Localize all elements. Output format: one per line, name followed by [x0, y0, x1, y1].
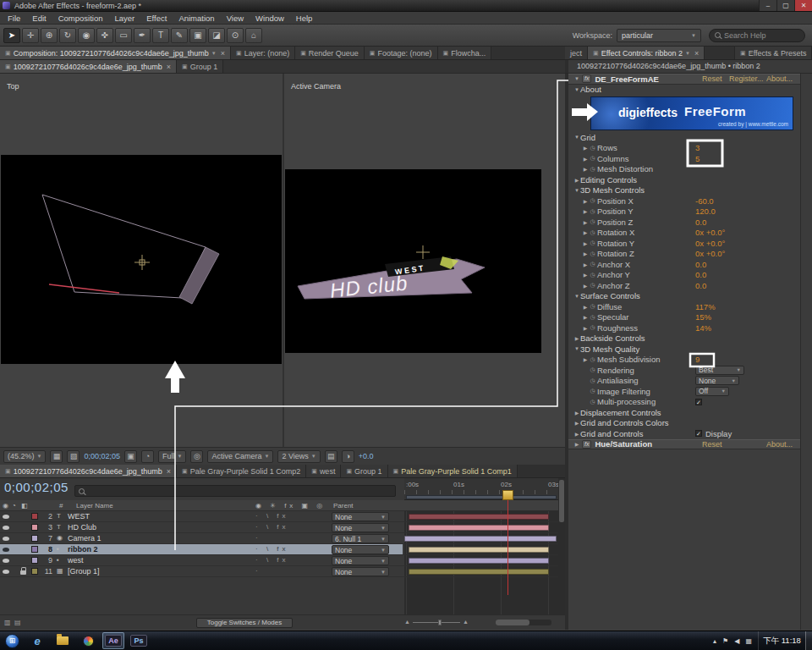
property-value[interactable]: 0.0 — [695, 270, 706, 279]
effect-row-columns[interactable]: ▶◷Columns5 — [568, 153, 800, 164]
layer-name[interactable]: west — [68, 556, 84, 565]
axis-mode-button[interactable]: ⌂ — [245, 28, 262, 43]
snapshot-icon[interactable]: ▣ — [124, 450, 137, 463]
menu-effect[interactable]: Effect — [140, 14, 173, 23]
search-help-input[interactable]: Search Help — [709, 29, 805, 42]
parent-dropdown[interactable]: None▼ — [332, 556, 389, 565]
layer-switches[interactable]: · — [255, 534, 261, 542]
effect-row-surface-controls[interactable]: ▼Surface Controls — [568, 291, 800, 302]
collapse-icon[interactable]: ▼ — [573, 135, 580, 140]
menu-composition[interactable]: Composition — [52, 14, 109, 23]
checkbox[interactable]: ✓ — [695, 399, 702, 405]
lock-icon[interactable] — [20, 559, 26, 564]
timeline-vertical-scrollbar[interactable] — [558, 478, 565, 614]
panel-tab-pale-gray-purple-solid-1-comp2[interactable]: ▣Pale Gray-Purple Solid 1 Comp2 — [177, 465, 306, 477]
expand-icon[interactable]: ▶ — [582, 283, 589, 289]
effect-row-specular[interactable]: ▶◷Specular15% — [568, 312, 800, 323]
composition-viewer-top[interactable] — [1, 155, 282, 364]
property-value[interactable]: 0x +0.0° — [695, 228, 725, 237]
view-select[interactable]: Active Camera ▼ — [207, 450, 273, 463]
collapse-icon[interactable]: ▼ — [573, 76, 580, 81]
effect-row-grid-and-controls[interactable]: ▶Grid and Controls✓Display — [568, 428, 800, 439]
lock-icon[interactable] — [20, 526, 26, 531]
layer-switches[interactable]: · \ fx — [255, 556, 289, 564]
resolution-select[interactable]: Full ▼ — [158, 450, 186, 463]
expand-icon[interactable]: ▶ — [582, 198, 589, 204]
unified-camera-tool[interactable]: ◉ — [78, 28, 95, 43]
stopwatch-icon[interactable]: ◷ — [589, 303, 596, 310]
fast-preview-icon[interactable]: ◑ — [342, 450, 354, 463]
show-desktop-button[interactable] — [805, 631, 812, 650]
visibility-eye-icon[interactable] — [3, 537, 9, 541]
panel-tab-effect-controls-ribbon-2[interactable]: ▣Effect Controls: ribbon 2▼× — [588, 47, 705, 59]
effect-row-diffuse[interactable]: ▶◷Diffuse117% — [568, 301, 800, 312]
stopwatch-icon[interactable]: ◷ — [589, 218, 596, 225]
parent-dropdown[interactable]: None▼ — [332, 567, 389, 576]
freeform-banner-graphic[interactable]: digieffectsFreeFormcreated by | www.mett… — [590, 96, 793, 130]
effect-row-roughness[interactable]: ▶◷Roughness14% — [568, 322, 800, 333]
timeline-bar[interactable] — [409, 547, 549, 553]
property-value[interactable]: 9 — [695, 355, 700, 364]
layer-name[interactable]: WEST — [68, 512, 90, 521]
pan-behind-tool[interactable]: ✜ — [96, 28, 113, 43]
property-value[interactable]: -60.0 — [695, 196, 714, 206]
menu-edit[interactable]: Edit — [26, 14, 52, 23]
zoom-slider-handle[interactable] — [438, 620, 442, 625]
maximize-button[interactable]: ▢ — [776, 0, 794, 11]
zoom-tool[interactable]: ⊕ — [41, 28, 58, 43]
effect-row-mesh-subdivision[interactable]: ▶◷Mesh Subdivision9 — [568, 355, 800, 366]
label-color-swatch[interactable] — [31, 535, 38, 542]
parent-column-header[interactable]: Parent — [333, 502, 354, 510]
menu-animation[interactable]: Animation — [173, 14, 220, 23]
property-value[interactable]: 117% — [695, 302, 716, 311]
layer-row-hd-club[interactable]: 3THD Club· \ fxNone▼ — [0, 522, 565, 533]
about-link[interactable]: About... — [766, 440, 793, 449]
layer-row-group-1[interactable]: 11▦[Group 1]·None▼ — [0, 566, 565, 577]
timeline-bar[interactable] — [404, 536, 557, 542]
close-icon[interactable]: × — [694, 49, 699, 58]
action-center-icon[interactable]: ⚑ — [722, 637, 728, 645]
reset-link[interactable]: Reset — [702, 74, 722, 83]
collapse-icon[interactable]: ▼ — [573, 188, 580, 193]
expand-icon[interactable]: ▶ — [582, 156, 589, 162]
close-icon[interactable]: × — [167, 63, 171, 71]
panel-tab-effects-presets[interactable]: ▣Effects & Presets — [734, 47, 812, 59]
property-value[interactable]: 14% — [695, 323, 711, 333]
effect-row-antialiasing[interactable]: ◷AntialiasingNone▼ — [568, 376, 800, 387]
parent-dropdown[interactable]: None▼ — [332, 545, 389, 554]
layer-row-camera-1[interactable]: 7◉Camera 1·6. Null 1▼ — [0, 533, 565, 544]
expand-icon[interactable]: ▶ — [582, 229, 589, 235]
menu-file[interactable]: File — [2, 14, 26, 23]
time-ruler[interactable]: :00s01s02s03s — [404, 478, 558, 500]
lock-icon[interactable] — [20, 548, 26, 553]
viewer-timecode[interactable]: 0;00;02;05 — [84, 452, 120, 460]
effect-row-displacement-controls[interactable]: ▶Displacement Controls — [568, 407, 800, 418]
expand-icon[interactable]: ▶ — [573, 177, 580, 183]
label-color-swatch[interactable] — [31, 524, 38, 531]
expand-icon[interactable]: ▶ — [573, 431, 580, 437]
current-time-indicator[interactable] — [502, 490, 513, 500]
region-of-interest-icon[interactable]: ◎ — [190, 450, 203, 463]
rotation-tool[interactable]: ↻ — [59, 28, 76, 43]
stopwatch-icon[interactable]: ◷ — [589, 229, 596, 236]
menu-view[interactable]: View — [221, 14, 250, 23]
lock-icon[interactable] — [20, 570, 26, 575]
stopwatch-icon[interactable]: ◷ — [589, 240, 596, 246]
about-link[interactable]: About... — [766, 74, 793, 83]
expand-icon[interactable]: ▶ — [582, 262, 589, 267]
collapse-icon[interactable]: ▼ — [573, 87, 580, 92]
effect-row-image-filtering[interactable]: ◷Image FilteringOff▼ — [568, 386, 800, 397]
layer-name-header[interactable]: Layer Name — [76, 502, 113, 510]
visibility-eye-icon[interactable] — [3, 515, 9, 519]
shape-tool[interactable]: ▭ — [115, 28, 132, 43]
layer-name[interactable]: [Group 1] — [68, 567, 100, 576]
show-snapshot-icon[interactable]: ◔ — [141, 450, 154, 463]
expand-icon[interactable]: ▶ — [582, 166, 589, 172]
expand-icon[interactable]: ▶ — [573, 420, 580, 426]
stopwatch-icon[interactable]: ◷ — [589, 208, 596, 215]
panel-tab-flowcha[interactable]: ▣Flowcha... — [438, 47, 492, 59]
after-effects-icon[interactable]: Ae — [102, 632, 124, 649]
layer-switches[interactable]: · \ fx — [255, 523, 289, 531]
effect-row-3d-mesh-controls[interactable]: ▼3D Mesh Controls — [568, 185, 800, 196]
property-value[interactable]: 0.0 — [695, 281, 706, 290]
